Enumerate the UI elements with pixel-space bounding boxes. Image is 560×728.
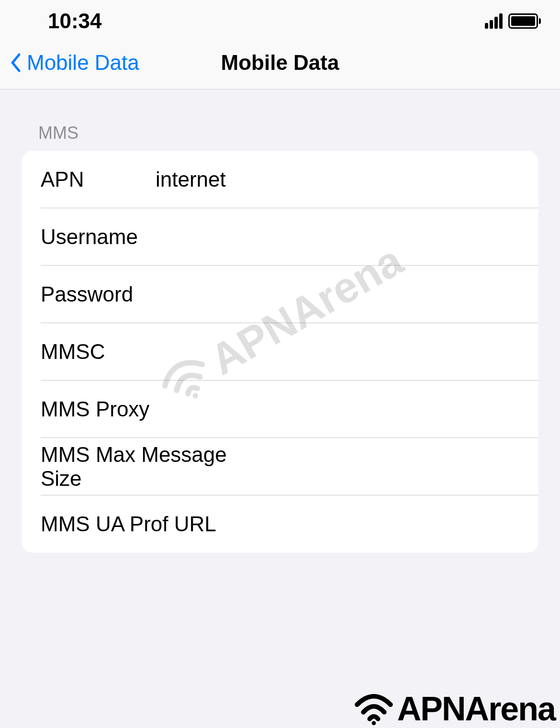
mms-max-size-input[interactable] (257, 455, 519, 479)
brand-footer: APNArena (352, 690, 555, 728)
mmsc-label: MMSC (41, 340, 156, 364)
username-input[interactable] (156, 225, 519, 249)
svg-point-1 (371, 721, 376, 725)
battery-icon (508, 13, 541, 29)
mms-proxy-input[interactable] (149, 397, 519, 421)
status-time: 10:34 (48, 9, 102, 33)
mms-ua-prof-url-row[interactable]: MMS UA Prof URL (22, 495, 538, 553)
apn-input[interactable] (156, 168, 519, 191)
mms-ua-prof-url-input[interactable] (216, 512, 519, 536)
mmsc-input[interactable] (156, 340, 519, 364)
apn-label: APN (41, 168, 156, 191)
mms-proxy-row[interactable]: MMS Proxy (22, 381, 538, 438)
mms-max-size-label: MMS Max Message Size (41, 443, 257, 491)
password-row[interactable]: Password (22, 266, 538, 323)
status-indicators (485, 13, 541, 29)
chevron-left-icon (10, 53, 21, 73)
username-label: Username (41, 225, 156, 249)
apn-row[interactable]: APN (22, 151, 538, 208)
cellular-signal-icon (485, 13, 503, 29)
status-bar: 10:34 (0, 0, 560, 42)
username-row[interactable]: Username (22, 208, 538, 266)
section-header-mms: MMS (0, 90, 560, 151)
back-button-label: Mobile Data (27, 51, 139, 75)
mmsc-row[interactable]: MMSC (22, 323, 538, 381)
mms-proxy-label: MMS Proxy (41, 397, 149, 421)
mms-settings-group: APN Username Password MMSC MMS Proxy MMS… (22, 151, 538, 553)
password-input[interactable] (156, 282, 519, 306)
mms-ua-prof-url-label: MMS UA Prof URL (41, 512, 216, 536)
password-label: Password (41, 282, 156, 306)
mms-max-size-row[interactable]: MMS Max Message Size (22, 438, 538, 495)
brand-text: APNArena (397, 690, 555, 728)
wifi-icon (352, 692, 395, 726)
page-title: Mobile Data (221, 51, 339, 75)
back-button[interactable]: Mobile Data (10, 51, 139, 75)
nav-header: Mobile Data Mobile Data (0, 42, 560, 90)
